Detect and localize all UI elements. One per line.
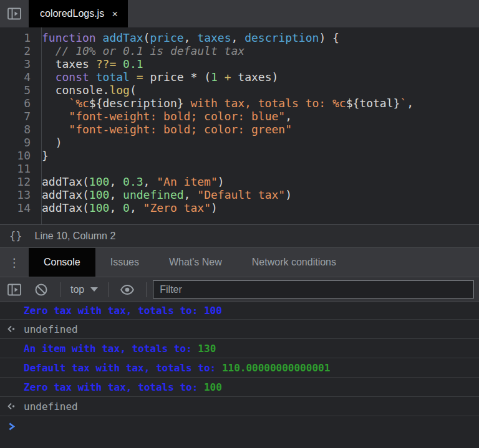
drawer-tab-network-conditions[interactable]: Network conditions bbox=[237, 248, 351, 277]
code-text: ) bbox=[36, 136, 62, 149]
prompt-chevron-icon bbox=[7, 422, 16, 431]
kebab-icon: ⋮ bbox=[9, 255, 21, 270]
code-line: 5 console.log( bbox=[0, 83, 479, 97]
line-number: 11 bbox=[0, 162, 36, 175]
clear-console-button[interactable] bbox=[29, 282, 54, 297]
console-log-message: An item with tax, totals to: 130 bbox=[0, 339, 479, 358]
console-messages: Zero tax with tax, totals to: 100undefin… bbox=[0, 302, 479, 416]
code-line: 8 "font-weight: bold; color: green" bbox=[0, 123, 479, 136]
styled-log-text: Zero tax with tax, totals to: bbox=[24, 305, 204, 317]
line-number: 4 bbox=[0, 70, 36, 83]
console-output: Zero tax with tax, totals to: 100undefin… bbox=[0, 302, 479, 448]
line-number: 12 bbox=[0, 175, 36, 188]
chevron-down-icon bbox=[90, 287, 98, 292]
devtools-window: coloredLogs.js × 1function addTax(price,… bbox=[0, 0, 479, 448]
eye-icon bbox=[119, 282, 135, 297]
drawer-tab-what-s-new[interactable]: What's New bbox=[154, 248, 237, 277]
result-value: undefined bbox=[24, 401, 78, 412]
code-line: 6 `%c${description} with tax, totals to:… bbox=[0, 97, 479, 110]
code-text: "font-weight: bold; color: green" bbox=[36, 123, 292, 136]
console-log-message: Zero tax with tax, totals to: 100 bbox=[0, 302, 479, 320]
code-text: addTax(100, 0.3, "An item") bbox=[36, 175, 225, 188]
styled-log-text: An item with tax, totals to: bbox=[24, 343, 198, 355]
code-line: 14addTax(100, 0, "Zero tax") bbox=[0, 201, 479, 214]
line-number: 9 bbox=[0, 136, 36, 149]
code-line: 2 // 10% or 0.1 is default tax bbox=[0, 44, 479, 57]
styled-log-text: 100 bbox=[204, 381, 222, 393]
toolbar-separator bbox=[108, 282, 109, 297]
file-tab-coloredlogs[interactable]: coloredLogs.js × bbox=[29, 0, 128, 27]
console-result-message: undefined bbox=[0, 320, 479, 339]
drawer-tab-issues[interactable]: Issues bbox=[95, 248, 154, 277]
result-value: undefined bbox=[24, 323, 78, 335]
code-line: 11 bbox=[0, 162, 479, 175]
pretty-print-icon[interactable]: {} bbox=[0, 230, 34, 242]
line-number: 13 bbox=[0, 188, 36, 201]
returned-value-icon bbox=[6, 402, 18, 411]
code-text: // 10% or 0.1 is default tax bbox=[36, 44, 244, 57]
code-text: addTax(100, undefined, "Default tax") bbox=[36, 188, 292, 201]
code-text: addTax(100, 0, "Zero tax") bbox=[36, 201, 218, 214]
styled-log-text: Zero tax with tax, totals to: bbox=[24, 381, 204, 393]
file-tab-title: coloredLogs.js bbox=[40, 8, 104, 19]
styled-log-text: Default tax with tax, totals to: bbox=[24, 362, 222, 374]
drawer-tabs: ConsoleIssuesWhat's NewNetwork condition… bbox=[29, 248, 351, 277]
code-text: `%c${description} with tax, totals to: %… bbox=[36, 97, 414, 110]
code-text: function addTax(price, taxes, descriptio… bbox=[36, 31, 339, 44]
code-line: 4 const total = price * (1 + taxes) bbox=[0, 70, 479, 83]
filter-input[interactable] bbox=[153, 280, 474, 298]
create-live-expression-button[interactable] bbox=[115, 282, 140, 297]
show-console-sidebar-icon bbox=[6, 282, 22, 297]
returned-value-icon bbox=[6, 325, 18, 334]
clear-console-icon bbox=[34, 282, 49, 297]
toolbar-separator bbox=[60, 282, 60, 297]
styled-log-text: 110.00000000000001 bbox=[222, 362, 330, 374]
code-line: 3 taxes ??= 0.1 bbox=[0, 57, 479, 70]
line-number: 10 bbox=[0, 149, 36, 162]
code-line: 13addTax(100, undefined, "Default tax") bbox=[0, 188, 479, 201]
show-navigator-icon bbox=[6, 6, 22, 21]
code-text: taxes ??= 0.1 bbox=[36, 57, 143, 70]
code-text: const total = price * (1 + taxes) bbox=[36, 70, 278, 83]
code-line: 10} bbox=[0, 149, 479, 162]
styled-log-text: 130 bbox=[198, 343, 216, 355]
show-navigator-button[interactable] bbox=[0, 0, 29, 27]
show-console-sidebar-button[interactable] bbox=[0, 282, 29, 297]
drawer-menu-button[interactable]: ⋮ bbox=[0, 248, 29, 277]
console-prompt[interactable] bbox=[0, 416, 479, 437]
code-text bbox=[36, 162, 42, 175]
line-number: 8 bbox=[0, 123, 36, 136]
code-line: 9 ) bbox=[0, 136, 479, 149]
code-text: console.log( bbox=[36, 83, 137, 97]
close-tab-icon[interactable]: × bbox=[112, 9, 118, 19]
console-log-message: Zero tax with tax, totals to: 100 bbox=[0, 378, 479, 397]
line-number: 6 bbox=[0, 97, 36, 110]
sources-tabbar: coloredLogs.js × bbox=[0, 0, 479, 27]
code-text: "font-weight: bold; color: blue", bbox=[36, 110, 292, 123]
drawer-tab-console[interactable]: Console bbox=[29, 248, 95, 277]
styled-log-text: 100 bbox=[204, 305, 222, 317]
line-number: 5 bbox=[0, 83, 36, 97]
editor-lines: 1function addTax(price, taxes, descripti… bbox=[0, 31, 479, 214]
console-result-message: undefined bbox=[0, 397, 479, 416]
cursor-position-label: Line 10, Column 2 bbox=[34, 231, 115, 242]
code-line: 1function addTax(price, taxes, descripti… bbox=[0, 31, 479, 44]
code-editor[interactable]: 1function addTax(price, taxes, descripti… bbox=[0, 27, 479, 224]
context-label: top bbox=[70, 284, 84, 295]
line-number: 7 bbox=[0, 110, 36, 123]
toolbar-separator bbox=[146, 282, 147, 297]
code-line: 12addTax(100, 0.3, "An item") bbox=[0, 175, 479, 188]
javascript-context-dropdown[interactable]: top bbox=[67, 284, 102, 295]
code-text: } bbox=[36, 149, 49, 162]
line-number: 14 bbox=[0, 201, 36, 214]
line-number: 1 bbox=[0, 31, 36, 44]
console-toolbar: top bbox=[0, 277, 479, 302]
drawer-tabbar: ⋮ ConsoleIssuesWhat's NewNetwork conditi… bbox=[0, 247, 479, 277]
console-log-message: Default tax with tax, totals to: 110.000… bbox=[0, 358, 479, 378]
line-number: 2 bbox=[0, 44, 36, 57]
code-line: 7 "font-weight: bold; color: blue", bbox=[0, 110, 479, 123]
line-number: 3 bbox=[0, 57, 36, 70]
editor-status-bar: {} Line 10, Column 2 bbox=[0, 224, 479, 247]
